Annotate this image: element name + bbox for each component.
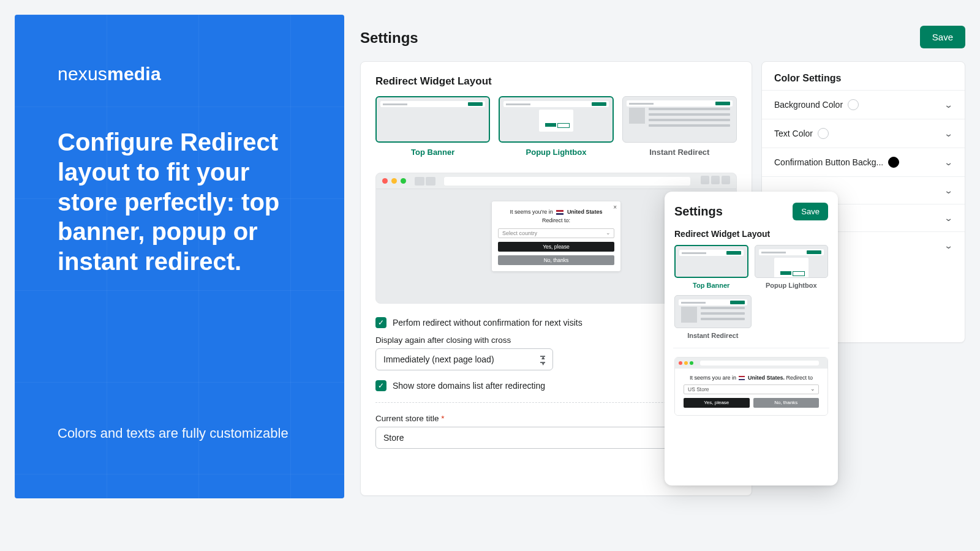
select-caret-icon: ▴▾ [541,354,545,366]
overlay-opt-popup[interactable]: Popup Lightbox [755,245,829,289]
popup-line2: Redirect to: [498,217,614,223]
color-settings-title: Color Settings [762,62,965,90]
preview-nav-icons [415,177,435,186]
popup-country-select[interactable]: Select country [498,228,614,238]
layout-options-row: Top Banner Popup Lightbox Instant Redire… [375,96,737,159]
traffic-light-max-icon [690,361,693,365]
brand-bold: media [107,64,161,84]
popup-yes-button[interactable]: Yes, please [498,242,614,252]
checkbox-show-domains[interactable]: ✓ [375,380,386,391]
swatch-icon [848,99,859,110]
layout-section-title: Redirect Widget Layout [375,75,737,88]
overlay-yes-button[interactable]: Yes, please [684,398,750,408]
hero-headline: Configure Redirect layout to fit your st… [58,127,301,277]
page-title: Settings [360,29,418,47]
preview-url-bar [444,177,690,186]
layout-option-instant[interactable]: Instant Redirect [622,96,737,159]
overlay-mini-settings: Settings Save Redirect Widget Layout Top… [665,192,838,485]
hero-sub: Colors and texts are fully customizable [58,424,288,443]
overlay-preview-select[interactable]: US Store [684,384,819,394]
checkbox-label: Perfom redirect without confirmation for… [393,318,582,328]
overlay-opt-top-banner[interactable]: Top Banner [674,245,748,289]
chevron-down-icon: ⌄ [944,100,954,110]
thumb-instant [622,96,737,143]
chevron-down-icon: ⌄ [944,241,954,250]
traffic-light-min-icon [684,361,688,365]
traffic-light-max-icon [401,178,406,184]
thumb-top-banner [375,96,490,143]
preview-chrome [376,173,736,189]
preview-tool-icons [699,176,730,187]
display-again-select[interactable]: Immediately (next page load) ▴▾ [375,348,553,370]
traffic-light-close-icon [382,178,388,184]
color-row-text[interactable]: Text Color ⌄ [762,119,965,148]
layout-label: Popup Lightbox [499,148,613,157]
overlay-section-title: Redirect Widget Layout [674,229,828,239]
color-row-background[interactable]: Background Color ⌄ [762,90,965,119]
overlay-opt-instant[interactable]: Instant Redirect [674,295,752,339]
overlay-preview: It seems you are in United States. Redir… [674,357,828,416]
swatch-icon [818,128,829,139]
save-button[interactable]: Save [920,26,965,48]
overlay-title: Settings [674,204,723,219]
layout-label: Top Banner [375,148,490,157]
us-flag-icon [556,210,564,215]
color-row-confirm-btn[interactable]: Confirmation Button Backg... ⌄ [762,148,965,176]
us-flag-icon [739,376,745,380]
chevron-down-icon: ⌄ [944,213,954,223]
close-icon[interactable]: × [613,204,617,211]
overlay-preview-text: It seems you are in United States. Redir… [684,375,819,381]
layout-option-top-banner[interactable]: Top Banner [375,96,490,159]
popup-line1: It seems you're in United States [498,209,614,215]
brand: nexusmedia [58,64,301,84]
chevron-down-icon: ⌄ [944,157,954,167]
swatch-icon [888,157,899,168]
chevron-down-icon: ⌄ [944,186,954,195]
checkbox-redirect-no-confirm[interactable]: ✓ [375,317,386,328]
popup-no-button[interactable]: No, thanks [498,255,614,265]
brand-light: nexus [58,64,107,84]
traffic-light-close-icon [679,361,682,365]
traffic-light-min-icon [391,178,397,184]
hero-panel: nexusmedia Configure Redirect layout to … [15,15,344,498]
overlay-no-button[interactable]: No, thanks [753,398,820,408]
layout-option-popup[interactable]: Popup Lightbox [499,96,613,159]
checkbox-label: Show store domains list after redirectin… [393,381,545,391]
thumb-popup [499,96,613,143]
overlay-save-button[interactable]: Save [793,203,828,220]
layout-label: Instant Redirect [622,148,737,157]
chevron-down-icon: ⌄ [944,129,954,138]
preview-popup: × It seems you're in United States Redir… [492,201,620,271]
